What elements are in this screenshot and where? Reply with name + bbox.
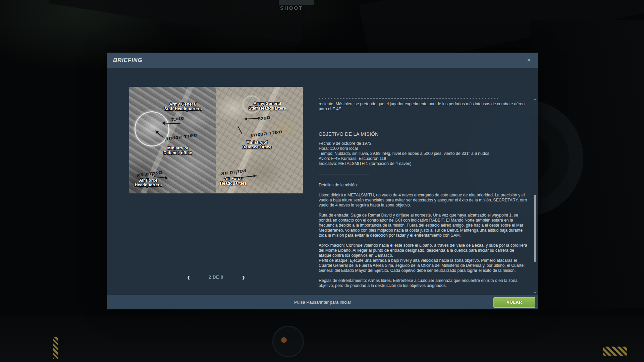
cockpit-knob <box>281 337 287 343</box>
scrollbar-thumb[interactable] <box>534 195 536 262</box>
fact-date: Fecha: 9 de octubre de 1973 <box>319 141 527 146</box>
mission-facts: Fecha: 9 de octubre de 1973 Hora: 1100 h… <box>319 141 527 166</box>
text-scrollbar[interactable]: ▲ ▼ <box>533 98 537 295</box>
shoot-light-label: SHOOT <box>280 5 303 11</box>
recon-photo-bw: Army General Staff Headquarters מטכל משר… <box>129 87 216 193</box>
photo-label-army-hq: Army General Staff Headquarters <box>241 101 293 111</box>
handwritten-note-ministry: משרד הבטחון <box>250 129 282 139</box>
briefing-images: Army General Staff Headquarters מטכל משר… <box>129 87 303 193</box>
briefing-intro: reciente. Más bien, se pretende que el j… <box>319 102 527 112</box>
emergency-placard <box>53 337 58 359</box>
clipped-text-line <box>319 98 498 99</box>
shoot-light-housing <box>279 0 314 5</box>
eject-handle <box>603 347 627 356</box>
photo-label-army-hq: Army General Staff Headquarters <box>157 102 209 111</box>
cockpit-panel <box>0 315 644 362</box>
fact-time: Hora: 1100 hora local <box>319 146 527 151</box>
photo-label-airforce-hq: Air Force Headquarters <box>129 178 167 187</box>
prev-page-icon[interactable]: ‹ <box>187 270 190 284</box>
briefing-text-area: reciente. Más bien, se pretende que el j… <box>319 98 527 295</box>
start-hint: Pulsa Pausa/Inter para iniciar <box>107 295 538 309</box>
mission-paragraph: Reglas de enfrentamiento: Armas libres. … <box>319 278 527 288</box>
target-circle-marking <box>135 111 169 146</box>
text-separator: ------------------------------------- <box>319 172 527 177</box>
mission-objective-title: OBJETIVO DE LA MISIÓN <box>319 132 527 137</box>
mission-paragraph: Aproximación: Continúe volando hacia el … <box>319 243 527 258</box>
canopy-frame <box>49 0 307 43</box>
close-icon[interactable]: × <box>523 53 535 68</box>
mission-details-title: Detalles de la misión: <box>319 183 527 188</box>
cockpit-dial <box>272 326 304 357</box>
next-page-icon[interactable]: › <box>242 270 245 284</box>
fly-button[interactable]: VOLAR <box>493 297 535 308</box>
annotation-arrow <box>244 118 259 120</box>
dialog-title: BRIEFING <box>113 53 143 68</box>
fact-weather: Tiempo: Nublado, sin lluvia, 29,89 inHg,… <box>319 151 527 156</box>
mission-paragraph: Ruta de entrada: Salga de Ramat David y … <box>319 213 527 238</box>
recon-photo-color: Army General Staff Headquarters מטכל משר… <box>216 87 303 193</box>
image-pagination: ‹ 2 DE 8 › <box>129 271 303 283</box>
fact-aircraft: Avión: F-4E Kurnass, Escuadrón 119 <box>319 156 527 161</box>
annotation-arrow <box>237 126 242 134</box>
dialog-header: BRIEFING × <box>107 53 538 68</box>
handwritten-note-airforce: מפקדת חא <box>220 167 247 176</box>
scroll-up-icon[interactable]: ▲ <box>533 98 537 101</box>
photo-label-ministry: Ministry of Defence office <box>153 146 203 155</box>
handwritten-note-army: מטכל <box>170 115 184 123</box>
mission-paragraph: Usted dirigirá a METALSMITH, un vuelo de… <box>319 193 527 208</box>
mission-paragraph: Perfil de ataque: Ejecute una entrada a … <box>319 258 527 273</box>
photo-label-airforce-hq: Air Force Headquarters <box>216 176 253 186</box>
photo-label-ministry: Ministry of Defence Office <box>232 140 282 149</box>
page-indicator: 2 DE 8 <box>209 275 223 280</box>
fact-callsign: Indicativo: METALSMITH 1 (formación de 4… <box>319 161 527 166</box>
dialog-footer: Pulsa Pausa/Inter para iniciar VOLAR <box>107 295 538 309</box>
scroll-down-icon[interactable]: ▼ <box>533 291 537 295</box>
briefing-dialog: BRIEFING × Army General Staff Headquarte… <box>107 53 538 309</box>
